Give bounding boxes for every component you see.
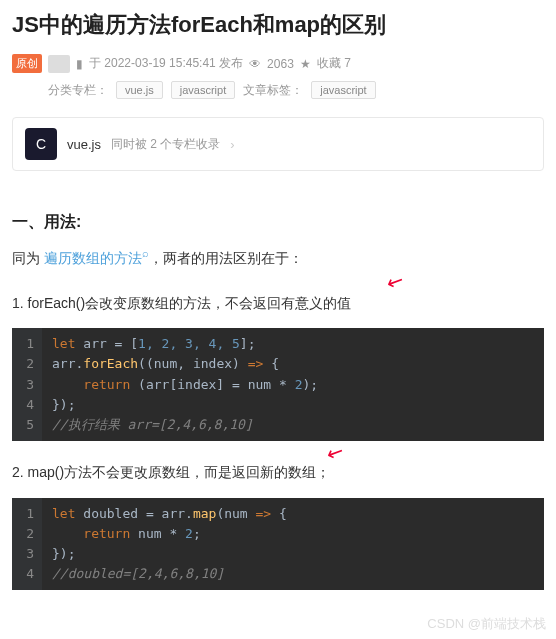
page-title: JS中的遍历方法forEach和map的区别 — [0, 0, 556, 54]
code-block-map: 1234 let doubled = arr.map(num => { retu… — [12, 498, 544, 591]
collection-name: vue.js — [67, 137, 101, 152]
section-heading: 一、用法: — [12, 207, 544, 237]
category-tag[interactable]: vue.js — [116, 81, 163, 99]
code-gutter: 12345 — [12, 328, 42, 441]
article-content: 一、用法: 同为 遍历数组的方法⌕，两者的用法区别在于： 1. forEach(… — [0, 189, 556, 590]
list-item-1: 1. forEach()会改变原数组的方法，不会返回有意义的值 ↙ — [12, 290, 544, 317]
publish-time: 于 2022-03-19 15:45:41 发布 — [89, 55, 243, 72]
code-gutter: 1234 — [12, 498, 42, 591]
intro-paragraph: 同为 遍历数组的方法⌕，两者的用法区别在于： — [12, 243, 544, 271]
code-body: let doubled = arr.map(num => { return nu… — [42, 498, 297, 591]
article-tag-label: 文章标签： — [243, 82, 303, 99]
author-avatar[interactable] — [48, 55, 70, 73]
star-icon: ★ — [300, 57, 311, 71]
meta-row: 原创 ▮ 于 2022-03-19 15:45:41 发布 👁 2063 ★ 收… — [0, 54, 556, 81]
collection-subtitle: 同时被 2 个专栏收录 — [111, 136, 220, 153]
article-tag[interactable]: javascript — [311, 81, 375, 99]
category-tag[interactable]: javascript — [171, 81, 235, 99]
column-icon: ▮ — [76, 57, 83, 71]
code-block-foreach: 12345 let arr = [1, 2, 3, 4, 5]; arr.for… — [12, 328, 544, 441]
chevron-right-icon: › — [230, 137, 234, 152]
collection-logo: C — [25, 128, 57, 160]
views-count: 2063 — [267, 57, 294, 71]
tags-row: 分类专栏： vue.js javascript 文章标签： javascript — [0, 81, 556, 111]
intro-link[interactable]: 遍历数组的方法 — [44, 250, 142, 266]
code-body: let arr = [1, 2, 3, 4, 5]; arr.forEach((… — [42, 328, 328, 441]
category-label: 分类专栏： — [48, 82, 108, 99]
eye-icon: 👁 — [249, 57, 261, 71]
search-icon[interactable]: ⌕ — [142, 247, 149, 259]
favorite-count: 收藏 7 — [317, 55, 351, 72]
list-item-2: 2. map()方法不会更改原数组，而是返回新的数组； ↙ — [12, 459, 544, 486]
collection-card[interactable]: C vue.js 同时被 2 个专栏收录 › — [12, 117, 544, 171]
original-badge: 原创 — [12, 54, 42, 73]
